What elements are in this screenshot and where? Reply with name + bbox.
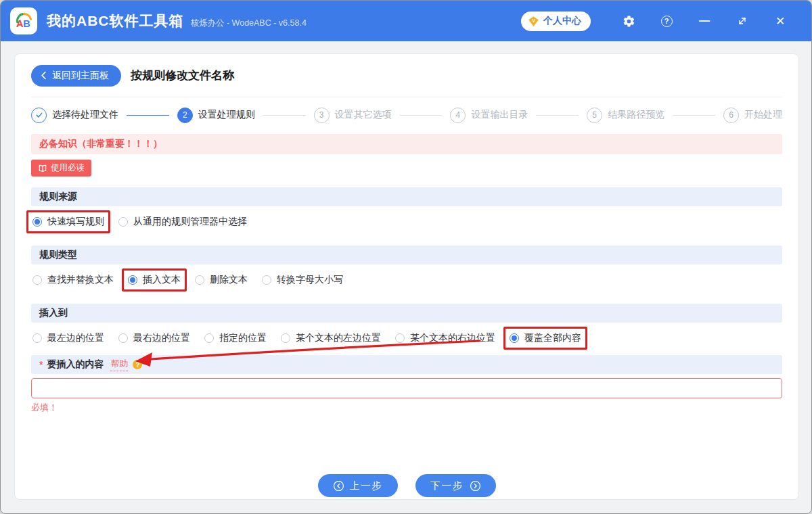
step-connector (127, 115, 169, 116)
app-logo-icon: A B (10, 7, 37, 34)
radio-icon (262, 275, 271, 285)
back-label: 返回到主面板 (52, 70, 109, 82)
radio-icon (32, 333, 42, 343)
personal-center-button[interactable]: V 个人中心 (521, 11, 591, 31)
insert-to-options: 最左边的位置 最右边的位置 指定的位置 某个文本的左边位置 某个文本的右边位置 … (31, 328, 782, 348)
page-header: 返回到主面板 按规则修改文件名称 (31, 54, 782, 97)
radio-icon (32, 275, 42, 285)
vip-diamond-icon: V (528, 16, 539, 27)
step-done-circle (31, 108, 47, 123)
step-connector (263, 115, 306, 116)
radio-convert-case[interactable]: 转换字母大小写 (262, 274, 343, 286)
radio-insert-text[interactable]: 插入文本 (128, 274, 181, 286)
chevron-left-icon (41, 71, 47, 80)
insert-content-title: 要插入的内容 (47, 358, 104, 371)
step-3-other-options: 3 设置其它选项 (314, 108, 392, 123)
settings-gear-icon[interactable] (610, 1, 648, 41)
help-icon[interactable]: ? (648, 1, 685, 41)
radio-right-of-text[interactable]: 某个文本的右边位置 (395, 332, 495, 344)
radio-icon (395, 333, 405, 343)
app-window: A B 我的ABC软件工具箱 核烁办公 - WodeABC - v6.58.4 … (0, 0, 812, 514)
prev-step-button[interactable]: 上一步 (318, 474, 399, 497)
personal-center-label: 个人中心 (543, 15, 581, 27)
resize-icon[interactable] (723, 1, 761, 41)
radio-overwrite-all[interactable]: 覆盖全部内容 (510, 332, 581, 344)
prev-step-label: 上一步 (350, 480, 384, 492)
step-4-output-dir: 4 设置输出目录 (450, 108, 528, 123)
required-mark: * (39, 359, 43, 370)
radio-icon (118, 333, 128, 343)
step-indicator: 选择待处理文件 2 设置处理规则 3 设置其它选项 4 设置输出目录 5 结果路… (31, 103, 782, 127)
app-subtitle: 核烁办公 - WodeABC - v6.58.4 (191, 18, 307, 29)
titlebar: A B 我的ABC软件工具箱 核烁办公 - WodeABC - v6.58.4 … (1, 1, 811, 41)
radio-selected-icon (32, 217, 42, 227)
prev-circle-icon (333, 480, 344, 492)
step-connector (673, 115, 715, 116)
radio-specified-position[interactable]: 指定的位置 (204, 332, 267, 344)
radio-rule-manager[interactable]: 从通用的规则管理器中选择 (118, 216, 247, 228)
next-step-button[interactable]: 下一步 (415, 474, 496, 497)
radio-leftmost-position[interactable]: 最左边的位置 (32, 332, 104, 344)
radio-selected-icon (128, 275, 137, 285)
svg-text:B: B (23, 18, 30, 29)
radio-rightmost-position[interactable]: 最右边的位置 (118, 332, 190, 344)
rule-source-header: 规则来源 (31, 187, 782, 206)
next-step-label: 下一步 (430, 480, 464, 492)
radio-icon (204, 333, 214, 343)
step-connector (400, 115, 443, 116)
back-to-main-button[interactable]: 返回到主面板 (31, 65, 121, 87)
page-title: 按规则修改文件名称 (131, 68, 234, 83)
radio-find-replace[interactable]: 查找并替换文本 (32, 274, 114, 286)
insert-to-header: 插入到 (31, 304, 782, 323)
step-5-result-preview: 5 结果路径预览 (587, 108, 664, 123)
radio-left-of-text[interactable]: 某个文本的左边位置 (281, 332, 381, 344)
book-icon (38, 164, 47, 173)
rule-source-options: 快速填写规则 从通用的规则管理器中选择 (31, 212, 782, 232)
close-icon[interactable]: ✕ (761, 1, 799, 41)
help-badge-icon[interactable]: ? (133, 360, 142, 369)
radio-delete-text[interactable]: 删除文本 (195, 274, 248, 286)
important-notice-bar: 必备知识（非常重要！！！） (31, 134, 782, 154)
step-6-start-process: 6 开始处理 (723, 108, 782, 123)
rule-type-header: 规则类型 (31, 246, 782, 264)
radio-icon (195, 275, 204, 285)
radio-quick-fill-rule[interactable]: 快速填写规则 (32, 216, 104, 228)
minimize-icon[interactable]: — (685, 1, 723, 41)
radio-icon (118, 217, 128, 227)
help-link[interactable]: 帮助 (110, 358, 128, 371)
step-1-select-files: 选择待处理文件 (31, 108, 118, 123)
step-2-set-rules: 2 设置处理规则 (177, 108, 255, 123)
insert-content-header: * 要插入的内容 帮助 ? (31, 355, 782, 374)
next-circle-icon (470, 480, 481, 492)
must-read-button[interactable]: 使用必读 (31, 160, 91, 177)
radio-selected-icon (510, 333, 519, 343)
rule-type-options: 查找并替换文本 插入文本 删除文本 转换字母大小写 (31, 270, 782, 290)
step-connector (536, 115, 579, 116)
titlebar-actions: V 个人中心 ? — ✕ (521, 1, 799, 41)
svg-text:V: V (532, 18, 535, 24)
check-icon (35, 111, 43, 119)
app-title: 我的ABC软件工具箱 (47, 11, 184, 30)
insert-content-input[interactable] (31, 378, 782, 398)
radio-icon (281, 333, 290, 343)
main-panel: 返回到主面板 按规则修改文件名称 选择待处理文件 2 设置处理规则 3 (14, 53, 799, 500)
must-read-label: 使用必读 (51, 162, 85, 174)
validation-message: 必填！ (31, 402, 782, 414)
wizard-footer: 上一步 下一步 (15, 474, 798, 497)
